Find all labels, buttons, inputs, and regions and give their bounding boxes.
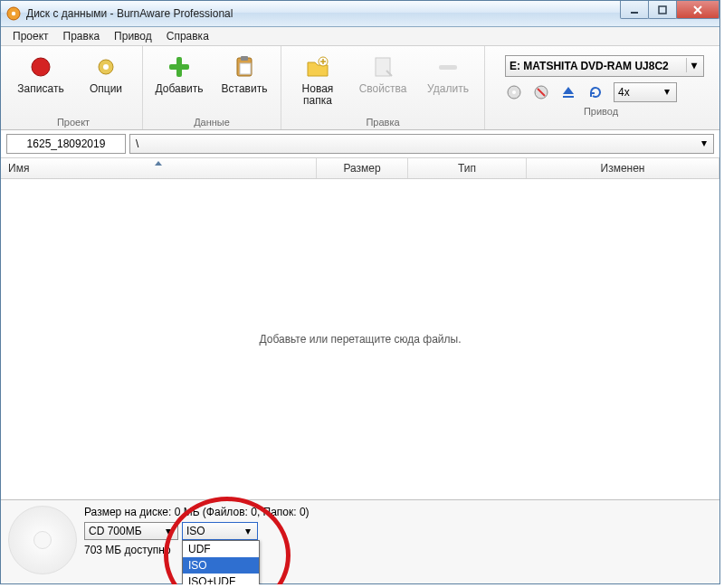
- paste-label: Вставить: [222, 83, 268, 95]
- menu-help[interactable]: Справка: [160, 28, 215, 44]
- new-folder-button[interactable]: Новая папка: [287, 50, 348, 115]
- group-drive: E: MATSHITA DVD-RAM UJ8C2 ▾ 4x ▾ Привод: [485, 46, 717, 129]
- record-button[interactable]: Записать: [10, 50, 71, 115]
- drive-tools: 4x ▾: [505, 82, 704, 102]
- gear-icon: [91, 52, 120, 81]
- minus-icon: [433, 52, 462, 81]
- menu-drive[interactable]: Привод: [108, 28, 158, 44]
- erase-disc-icon[interactable]: [532, 83, 550, 101]
- sort-asc-icon: [155, 161, 162, 166]
- clipboard-icon: [230, 52, 259, 81]
- menu-project[interactable]: Проект: [6, 28, 55, 44]
- col-name-label: Имя: [8, 162, 29, 175]
- group-data: Добавить Вставить Данные: [143, 46, 281, 129]
- group-data-label: Данные: [194, 115, 230, 128]
- svg-rect-14: [439, 65, 457, 70]
- plus-icon: [165, 52, 194, 81]
- svg-point-4: [32, 58, 50, 76]
- properties-icon: [368, 52, 397, 81]
- refresh-icon[interactable]: [586, 83, 605, 101]
- window-buttons: [621, 1, 719, 19]
- device-select-value: E: MATSHITA DVD-RAM UJ8C2: [510, 60, 669, 72]
- options-button[interactable]: Опции: [75, 50, 137, 115]
- svg-rect-3: [659, 6, 666, 14]
- group-edit-label: Правка: [366, 115, 399, 128]
- add-button[interactable]: Добавить: [148, 50, 210, 115]
- chevron-down-icon: ▾: [161, 524, 176, 538]
- svg-rect-11: [240, 63, 251, 74]
- window-title: Диск с данными - BurnAware Professional: [26, 7, 233, 20]
- disc-name-input[interactable]: 1625_18092019: [6, 134, 126, 154]
- col-size-label: Размер: [343, 162, 380, 175]
- group-project: Записать Опции Проект: [5, 46, 143, 129]
- capacity-value: CD 700МБ: [89, 525, 142, 537]
- svg-point-6: [103, 64, 109, 70]
- chevron-down-icon: ▾: [660, 84, 674, 99]
- filesystem-option[interactable]: ISO+UDF: [183, 574, 259, 584]
- chevron-down-icon: ▾: [697, 136, 711, 150]
- svg-point-1: [12, 12, 15, 15]
- record-label: Записать: [17, 83, 63, 95]
- svg-rect-2: [631, 12, 638, 14]
- path-select[interactable]: \ ▾: [129, 134, 714, 154]
- paste-button[interactable]: Вставить: [214, 50, 275, 115]
- new-folder-icon: [303, 52, 332, 81]
- speed-select-value: 4x: [618, 86, 630, 99]
- disc-usage-icon: [8, 506, 77, 574]
- group-drive-label: Привод: [584, 104, 618, 117]
- toolbar: Записать Опции Проект Добавить: [1, 46, 719, 130]
- path-bar: 1625_18092019 \ ▾: [1, 130, 719, 158]
- properties-label: Свойства: [359, 83, 407, 95]
- menu-bar: Проект Правка Привод Справка: [1, 27, 719, 46]
- filesystem-option[interactable]: ISO: [183, 557, 259, 574]
- filesystem-value: ISO: [186, 525, 205, 537]
- filesystem-dropdown: UDF ISO ISO+UDF: [182, 540, 260, 584]
- close-button[interactable]: [676, 1, 719, 19]
- record-icon: [26, 52, 55, 81]
- add-label: Добавить: [155, 83, 203, 95]
- app-window: Диск с данными - BurnAware Professional …: [0, 0, 720, 584]
- device-select[interactable]: E: MATSHITA DVD-RAM UJ8C2 ▾: [505, 55, 704, 77]
- col-modified-label: Изменен: [601, 162, 645, 175]
- new-folder-label-2: папка: [303, 95, 332, 107]
- capacity-select[interactable]: CD 700МБ ▾: [84, 522, 178, 540]
- status-size-line: Размер на диске: 0 МБ (Файлов: 0, Папок:…: [84, 506, 310, 518]
- svg-rect-8: [169, 64, 189, 70]
- speed-select[interactable]: 4x ▾: [614, 82, 677, 102]
- svg-rect-10: [241, 56, 248, 61]
- drop-placeholder: Добавьте или перетащите сюда файлы.: [259, 333, 461, 346]
- chevron-down-icon: ▾: [686, 58, 701, 72]
- app-icon: [6, 6, 21, 21]
- disc-info-icon[interactable]: [505, 83, 523, 101]
- maximize-button[interactable]: [648, 1, 677, 19]
- svg-rect-18: [563, 96, 574, 98]
- group-project-label: Проект: [57, 115, 90, 128]
- chevron-down-icon: ▾: [241, 524, 255, 538]
- path-value: \: [136, 138, 138, 150]
- column-header: Имя Размер Тип Изменен: [1, 158, 719, 179]
- group-edit: Новая папка Свойства Удалить Правка: [281, 46, 485, 129]
- eject-icon[interactable]: [559, 83, 577, 101]
- filesystem-option[interactable]: UDF: [183, 541, 259, 557]
- delete-button[interactable]: Удалить: [417, 50, 479, 115]
- file-list[interactable]: Добавьте или перетащите сюда файлы.: [1, 179, 719, 500]
- col-size[interactable]: Размер: [317, 158, 408, 178]
- properties-button[interactable]: Свойства: [352, 50, 414, 115]
- status-bar: Размер на диске: 0 МБ (Файлов: 0, Папок:…: [1, 500, 719, 583]
- options-label: Опции: [90, 83, 122, 95]
- title-bar: Диск с данными - BurnAware Professional: [1, 1, 719, 27]
- col-modified[interactable]: Изменен: [527, 158, 719, 178]
- col-name[interactable]: Имя: [1, 158, 317, 178]
- minimize-button[interactable]: [620, 1, 649, 19]
- col-type[interactable]: Тип: [408, 158, 527, 178]
- delete-label: Удалить: [427, 83, 469, 95]
- col-type-label: Тип: [458, 162, 476, 175]
- svg-point-16: [512, 90, 516, 94]
- menu-edit[interactable]: Правка: [57, 28, 107, 44]
- filesystem-select[interactable]: ISO ▾: [182, 522, 258, 540]
